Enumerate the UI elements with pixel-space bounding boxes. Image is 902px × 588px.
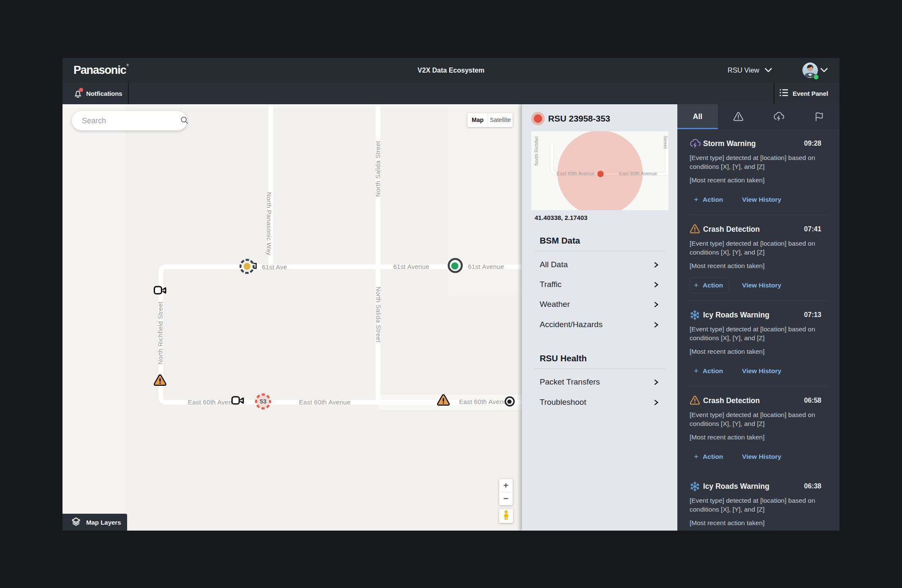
event-time: 06:58 [804, 397, 821, 404]
storm-icon [690, 138, 700, 149]
storm-icon [773, 111, 784, 122]
search-input[interactable] [82, 117, 180, 125]
search-icon [180, 116, 189, 126]
street-label: 61st Ave [262, 263, 287, 271]
bell-icon [73, 89, 83, 99]
tab-all[interactable]: All [677, 104, 718, 129]
section-divider [534, 251, 666, 251]
snowflake-icon [690, 310, 700, 320]
traffic-camera-marker[interactable] [231, 396, 245, 409]
hazard-warning-marker[interactable] [437, 394, 451, 408]
event-time: 09:28 [804, 140, 821, 147]
event-divider [688, 386, 828, 386]
rsu-menu-item-label: Accident/Hazards [540, 320, 603, 329]
section-divider [534, 369, 666, 369]
view-selector-dropdown[interactable]: RSU View [728, 66, 772, 74]
rsu-coordinates: 41.40338, 2.17403 [535, 214, 587, 221]
view-history-button[interactable]: View History [742, 367, 781, 375]
rsu-minimap[interactable]: North RichfielStreetEast 60th AvenueEast… [531, 131, 668, 210]
minimap-street-label: East 60th Avenue [619, 171, 657, 176]
tab-crash-alerts[interactable] [718, 104, 758, 129]
event-last-action: [Most recent action taken] [690, 348, 824, 355]
event-panel-button[interactable]: Event Panel [779, 83, 840, 104]
event-card-header: Crash Detection 07:41 [690, 224, 821, 234]
event-time: 06:38 [804, 482, 821, 490]
rsu-menu-item-troubleshoot[interactable]: Troubleshoot [540, 398, 659, 407]
snowflake-icon [690, 481, 700, 491]
minimap-street-label: Street [663, 136, 668, 149]
traffic-camera-marker[interactable] [153, 285, 167, 298]
event-title: Crash Detection [703, 396, 804, 405]
rsu-section-title: RSU Health [540, 353, 587, 363]
map-roads [62, 104, 522, 531]
action-button[interactable]: +Action [690, 449, 729, 465]
rsu-marker-offline[interactable] [504, 396, 516, 409]
map-layers-button[interactable]: Map Layers [62, 514, 127, 531]
rsu-menu-item-accident-hazards[interactable]: Accident/Hazards [540, 320, 659, 329]
zoom-in-button[interactable]: + [499, 479, 513, 492]
view-history-button[interactable]: View History [742, 453, 781, 461]
street-view-pegman-button[interactable] [499, 509, 513, 523]
user-menu[interactable] [802, 62, 828, 78]
event-card-header: Crash Detection 06:58 [690, 396, 821, 406]
map-right-shadow [518, 104, 522, 531]
street-label: East 60th Avenue [299, 398, 350, 406]
action-button-label: Action [703, 367, 723, 375]
rsu-menu-item-all-data[interactable]: All Data [540, 260, 659, 269]
event-time: 07:13 [804, 311, 821, 319]
event-panel: All Storm Warning 09:28 [Event type] det… [677, 104, 840, 531]
action-button[interactable]: +Action [690, 192, 729, 208]
rsu-title: RSU 23958-353 [548, 114, 610, 124]
chevron-down-icon [765, 66, 772, 74]
notifications-button[interactable]: Notfications [62, 83, 122, 104]
list-icon [779, 88, 789, 99]
event-card: Storm Warning 09:28 [Event type] detecte… [677, 138, 840, 224]
map-type-map[interactable]: Map [467, 113, 488, 127]
event-card: Crash Detection 07:41 [Event type] detec… [677, 224, 840, 310]
rsu-menu-item-packet-transfers[interactable]: Packet Transfers [540, 377, 659, 387]
event-title: Crash Detection [703, 225, 804, 234]
map-canvas[interactable]: North Panasonic WayNorth Salida StreetNo… [62, 104, 522, 531]
rsu-count-value: 53 [253, 391, 273, 412]
pegman-icon [503, 510, 510, 522]
event-card-header: Icy Roads Warning 07:13 [690, 310, 821, 320]
event-description: [Event type] detected at [location] base… [690, 496, 824, 514]
event-last-action: [Most recent action taken] [690, 176, 824, 184]
rsu-menu-item-label: Troubleshoot [540, 398, 586, 407]
view-history-button[interactable]: View History [742, 196, 781, 203]
selected-rsu-marker[interactable]: 53 [253, 391, 273, 413]
page-title: V2X Data Ecosystem [62, 58, 840, 83]
chevron-right-icon [653, 261, 659, 268]
hazard-warning-marker[interactable] [153, 374, 167, 388]
event-tabs: All [677, 104, 840, 129]
plus-icon: + [694, 454, 698, 460]
zoom-out-button[interactable]: − [499, 492, 513, 505]
tab-weather-alerts[interactable] [758, 104, 799, 129]
rsu-marker-active[interactable] [446, 256, 465, 276]
warning-icon [690, 396, 700, 406]
event-card: Icy Roads Warning 07:13 [Event type] det… [677, 310, 840, 396]
tab-flagged[interactable] [799, 104, 840, 129]
desktop-background: Panasonic® V2X Data Ecosystem RSU View N… [0, 0, 902, 588]
event-title: Icy Roads Warning [703, 482, 804, 491]
action-button[interactable]: +Action [690, 277, 729, 293]
minimap-street-label: North Richfiel [534, 136, 539, 165]
street-label: North Panasonic Way [266, 192, 273, 255]
toolbar-divider [128, 83, 129, 104]
rsu-menu-item-traffic[interactable]: Traffic [540, 280, 659, 289]
view-history-button[interactable]: View History [742, 282, 781, 289]
action-button[interactable]: +Action [690, 363, 729, 379]
rsu-menu-item-weather[interactable]: Weather [540, 300, 659, 309]
action-button-label: Action [703, 282, 723, 289]
plus-icon: + [694, 368, 698, 374]
map-type-satellite[interactable]: Satellite [488, 113, 513, 127]
plus-icon: + [694, 282, 698, 288]
toolbar-divider [774, 83, 774, 104]
map-zoom-control: + − [499, 479, 513, 505]
event-description: [Event type] detected at [location] base… [690, 239, 824, 257]
rsu-menu-item-label: Packet Transfers [540, 377, 600, 387]
rsu-menu-item-label: All Data [540, 260, 568, 269]
toolbar: Notfications Event Panel [62, 83, 840, 104]
notifications-label: Notfications [86, 90, 122, 97]
minimap-street-label: East 60th Avenue [557, 171, 595, 176]
